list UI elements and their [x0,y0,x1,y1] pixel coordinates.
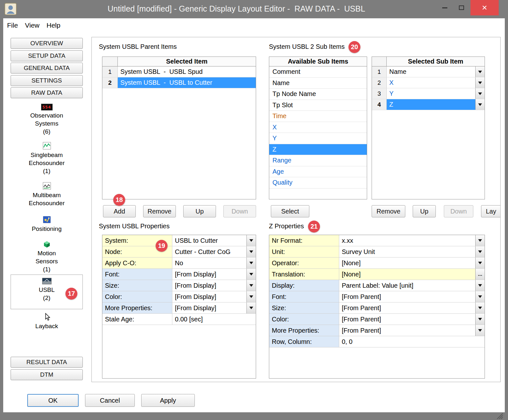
up-button[interactable]: Up [183,205,216,217]
color-select[interactable]: [From Display] [172,291,256,302]
table-row[interactable]: 1 Name [372,66,485,77]
nr-format-select[interactable]: x.xx [339,235,485,246]
apply-button[interactable]: Apply [141,394,195,407]
select-button[interactable]: Select [271,205,309,217]
more-properties-select[interactable]: [From Parent] [339,325,485,336]
maximize-button[interactable] [454,0,469,15]
property-row-font: Font: [From Display] [102,269,256,280]
sidebar-item-singlebeam-echosounder[interactable]: Singlebeam Echosounder (1) [11,142,83,175]
font-select[interactable]: [From Display] [172,269,256,280]
row-value[interactable]: System USBL - USBL Spud [118,66,256,77]
font-select[interactable]: [From Parent] [339,291,485,302]
translation-field[interactable]: [None] ... [339,269,485,280]
sidebar-item-positioning[interactable]: Positioning [11,215,83,233]
node-select[interactable]: Cutter - Cutter CoG [172,246,256,257]
color-select[interactable]: [From Parent] [339,314,485,325]
minimize-icon [442,7,447,8]
dropdown-arrow-icon[interactable] [475,302,485,313]
dropdown-arrow-icon[interactable] [246,302,256,313]
size-select[interactable]: [From Display] [172,280,256,291]
dropdown-arrow-icon[interactable] [246,269,256,280]
close-button[interactable]: × [470,0,499,15]
table-row-selected[interactable]: 4 Z [372,99,485,110]
sidebar-item-general-data[interactable]: GENERAL DATA [11,63,83,74]
resize-grip[interactable] [496,413,503,419]
sidebar-item-settings[interactable]: SETTINGS [11,75,83,86]
unit-select[interactable]: Survey Unit [339,246,485,257]
list-item-x[interactable]: X [269,122,367,133]
system-select[interactable]: USBL to Cutter [172,235,256,246]
apply-co-select[interactable]: No [172,258,256,268]
dropdown-arrow-icon[interactable] [246,258,256,268]
list-item-z-selected[interactable]: Z [269,144,367,155]
menubar: File View Help [3,18,505,32]
titlebar[interactable]: Untitled [modified] - Generic Display La… [0,0,508,18]
property-label: Display: [269,280,339,291]
operator-select[interactable]: [None] [339,258,485,268]
list-item-y[interactable]: Y [269,133,367,144]
more-properties-select[interactable]: [From Display] [172,302,256,313]
list-item-name[interactable]: Name [269,78,367,89]
dropdown-arrow-icon[interactable] [475,66,485,77]
dropdown-arrow-icon[interactable] [246,235,256,246]
menu-help[interactable]: Help [47,22,60,29]
list-item-range[interactable]: Range [269,155,367,166]
row-value[interactable]: Y [387,88,485,99]
dropdown-arrow-icon[interactable] [246,280,256,291]
add-button[interactable]: Add [103,205,136,217]
row-value[interactable]: Name [387,66,485,77]
sidebar-item-motion-sensors[interactable]: Motion Sensors (1) [11,240,83,273]
dropdown-arrow-icon[interactable] [246,246,256,257]
minimize-button[interactable] [437,0,452,15]
display-select[interactable]: Parent Label: Value [unit] [339,280,485,291]
list-item-quality[interactable]: Quality [269,177,367,188]
sidebar-item-result-data[interactable]: RESULT DATA [11,357,83,368]
remove-button[interactable]: Remove [143,205,176,217]
stale-age-field[interactable]: 0.00 [sec] [172,314,256,325]
row-value[interactable]: System USBL - USBL to Cutter [118,77,256,88]
sidebar-item-overview[interactable]: OVERVIEW [11,38,83,49]
sidebar-item-observation-systems[interactable]: 554 Observation Systems (6) [11,104,83,136]
table-row-selected[interactable]: 2 System USBL - USBL to Cutter [102,77,256,88]
table-row[interactable]: 3 Y [372,88,485,99]
menu-view[interactable]: View [25,22,39,29]
dropdown-arrow-icon[interactable] [475,280,485,291]
ok-button[interactable]: OK [27,394,79,407]
list-item-tp-slot[interactable]: Tp Slot [269,100,367,111]
dropdown-arrow-icon[interactable] [475,258,485,268]
list-item-tp-node-name[interactable]: Tp Node Name [269,89,367,100]
property-row-row-column: Row, Column: 0, 0 [269,336,485,347]
row-column-field[interactable]: 0, 0 [339,336,485,347]
app-icon [4,3,17,15]
dropdown-arrow-icon[interactable] [475,314,485,325]
row-value[interactable]: Z [387,99,485,110]
up-sub-item-button[interactable]: Up [413,205,436,217]
sidebar-item-usbl[interactable]: USBL (2) 17 [11,275,83,309]
dropdown-arrow-icon[interactable] [475,235,485,246]
row-value[interactable]: X [387,77,485,88]
sidebar-item-setup-data[interactable]: SETUP DATA [11,50,83,61]
property-label: Row, Column: [269,336,339,347]
sidebar-item-raw-data[interactable]: RAW DATA [11,87,83,98]
dropdown-arrow-icon[interactable] [475,77,485,88]
sidebar-item-multibeam-echosounder[interactable]: Multibeam Echosounder [11,182,83,207]
table-row[interactable]: 2 X [372,77,485,88]
size-select[interactable]: [From Parent] [339,302,485,313]
sidebar-item-dtm[interactable]: DTM [11,369,83,380]
dropdown-arrow-icon[interactable] [475,246,485,257]
cancel-button[interactable]: Cancel [85,394,135,407]
list-item-age[interactable]: Age [269,166,367,178]
dropdown-arrow-icon[interactable] [475,99,485,110]
menu-file[interactable]: File [7,22,18,29]
table-row[interactable]: 1 System USBL - USBL Spud [102,66,256,77]
list-item-comment[interactable]: Comment [269,66,367,78]
remove-sub-item-button[interactable]: Remove [372,205,405,217]
lay-button-clipped[interactable]: Lay [481,205,501,217]
ellipsis-button[interactable]: ... [475,269,485,280]
dropdown-arrow-icon[interactable] [475,325,485,336]
dropdown-arrow-icon[interactable] [475,88,485,99]
list-item-time[interactable]: Time [269,111,367,122]
dropdown-arrow-icon[interactable] [475,291,485,302]
dropdown-arrow-icon[interactable] [246,291,256,302]
sidebar-item-layback[interactable]: Layback [11,313,83,330]
